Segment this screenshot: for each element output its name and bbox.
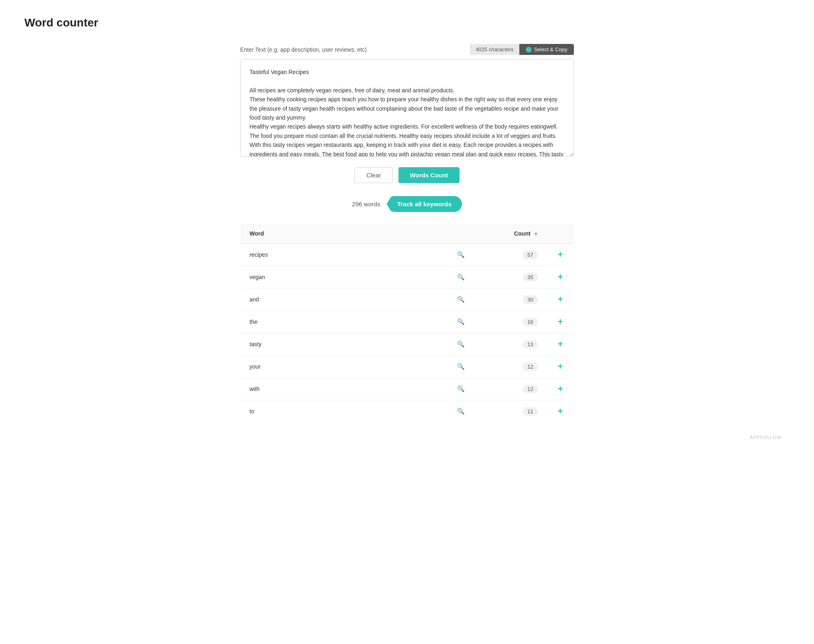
count-badge: 12 xyxy=(523,362,538,371)
word-cell: your xyxy=(249,363,260,370)
table-row: with 🔍 12 + xyxy=(241,378,574,400)
search-icon[interactable]: 🔍 xyxy=(457,385,465,393)
count-badge: 11 xyxy=(523,407,538,416)
search-icon[interactable]: 🔍 xyxy=(457,296,465,303)
input-label: Enter Text (e.g. app description, user r… xyxy=(240,46,367,53)
add-keyword-button[interactable]: + xyxy=(556,362,565,371)
count-badge: 30 xyxy=(523,295,538,304)
watermark: APPFOLLOW xyxy=(24,435,790,440)
count-badge: 12 xyxy=(523,385,538,393)
char-count: 4025 characters xyxy=(470,44,519,55)
track-all-button[interactable]: Track all keywords xyxy=(387,196,462,212)
word-cell: vegan xyxy=(249,274,265,280)
col-count-header: Count ▼ xyxy=(474,224,547,244)
words-count-button[interactable]: Words Count xyxy=(398,167,460,183)
add-keyword-button[interactable]: + xyxy=(556,407,565,416)
table-row: your 🔍 12 + xyxy=(241,356,574,378)
add-keyword-button[interactable]: + xyxy=(556,317,565,326)
word-cell: with xyxy=(249,386,260,392)
search-icon[interactable]: 🔍 xyxy=(457,251,465,258)
table-row: the 🔍 16 + xyxy=(241,311,574,333)
add-keyword-button[interactable]: + xyxy=(556,295,565,304)
add-keyword-button[interactable]: + xyxy=(556,384,565,393)
count-badge: 35 xyxy=(523,273,538,282)
add-keyword-button[interactable]: + xyxy=(556,273,565,282)
diamond-icon xyxy=(526,47,532,52)
word-cell: tasty xyxy=(249,341,262,347)
word-cell: and xyxy=(249,296,259,303)
count-badge: 57 xyxy=(523,251,538,259)
word-cell: the xyxy=(249,319,257,325)
col-action-header xyxy=(547,224,573,244)
search-icon[interactable]: 🔍 xyxy=(457,318,465,325)
page-title: Word counter xyxy=(24,16,790,29)
results-table: Word Count ▼ recipes 🔍 57 xyxy=(240,223,574,423)
add-keyword-button[interactable]: + xyxy=(556,340,565,349)
sort-icon[interactable]: ▼ xyxy=(534,231,538,236)
table-row: recipes 🔍 57 + xyxy=(241,244,574,266)
search-icon[interactable]: 🔍 xyxy=(457,363,465,370)
table-row: to 🔍 11 + xyxy=(241,400,574,423)
search-icon[interactable]: 🔍 xyxy=(457,273,465,281)
search-icon[interactable]: 🔍 xyxy=(457,408,465,415)
word-cell: to xyxy=(249,408,254,415)
col-word-header: Word xyxy=(241,224,474,244)
count-badge: 16 xyxy=(523,318,538,326)
clear-button[interactable]: Clear xyxy=(354,167,393,183)
text-input[interactable] xyxy=(240,59,574,157)
table-row: and 🔍 30 + xyxy=(241,288,574,311)
select-copy-button[interactable]: Select & Copy xyxy=(519,44,574,55)
table-row: tasty 🔍 13 + xyxy=(241,333,574,356)
search-icon[interactable]: 🔍 xyxy=(457,341,465,348)
add-keyword-button[interactable]: + xyxy=(556,250,565,259)
table-row: vegan 🔍 35 + xyxy=(241,266,574,288)
count-badge: 13 xyxy=(523,340,538,349)
word-count-badge: 296 words xyxy=(352,201,380,207)
word-cell: recipes xyxy=(249,251,268,258)
